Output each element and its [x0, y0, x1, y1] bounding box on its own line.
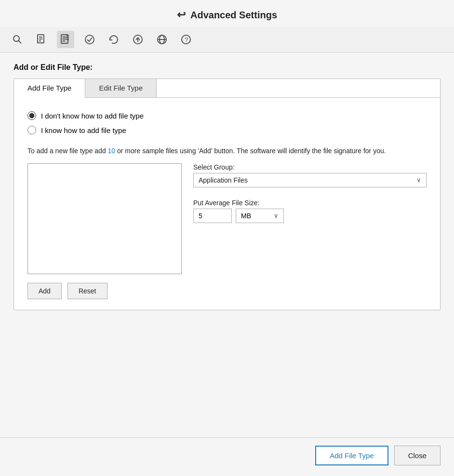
- checkmark-icon[interactable]: [81, 31, 98, 48]
- select-group: Select Group: Application Files ∨: [193, 163, 427, 187]
- right-panel: Select Group: Application Files ∨ Put Av…: [193, 163, 427, 274]
- content-area: Add or Edit File Type: Add File Type Edi…: [0, 53, 454, 437]
- svg-text:?: ?: [185, 36, 188, 43]
- radio-group: I don't know how to add file type I know…: [27, 111, 427, 134]
- help-icon[interactable]: ?: [177, 31, 195, 48]
- size-row: MB ∨: [193, 209, 427, 223]
- tabs: Add File Type Edit File Type: [14, 79, 440, 98]
- tab-edit-file-type[interactable]: Edit File Type: [85, 79, 157, 97]
- svg-point-13: [85, 35, 94, 44]
- radio-know-input[interactable]: [27, 126, 36, 134]
- select-group-label: Select Group:: [193, 163, 427, 171]
- title-bar: ↩ Advanced Settings: [0, 0, 454, 27]
- svg-point-0: [13, 36, 19, 41]
- main-area: Select Group: Application Files ∨ Put Av…: [27, 163, 427, 274]
- description-highlight: 10: [108, 147, 116, 155]
- size-group: Put Average File Size: MB ∨: [193, 199, 427, 223]
- document-lines-icon[interactable]: [57, 31, 74, 48]
- radio-know[interactable]: I know how to add file type: [27, 126, 427, 134]
- footer: Add File Type Close: [0, 437, 454, 476]
- section-title: Add or Edit File Type:: [13, 63, 441, 72]
- globe-icon[interactable]: [153, 31, 171, 48]
- description-before: To add a new file type add: [27, 147, 108, 155]
- window-title: Advanced Settings: [190, 10, 277, 21]
- description-after: or more sample files using 'Add' button.…: [115, 147, 386, 155]
- back-icon: ↩: [177, 9, 186, 21]
- tab-add-file-type[interactable]: Add File Type: [14, 79, 85, 98]
- radio-dont-know-input[interactable]: [27, 111, 36, 120]
- radio-dont-know[interactable]: I don't know how to add file type: [27, 111, 427, 120]
- add-button[interactable]: Add: [27, 283, 62, 299]
- tab-container: Add File Type Edit File Type I don't kno…: [13, 79, 441, 310]
- svg-line-1: [19, 41, 22, 44]
- toolbar: ?: [0, 27, 454, 53]
- size-unit-dropdown[interactable]: MB ∨: [236, 209, 284, 223]
- add-file-type-button[interactable]: Add File Type: [315, 446, 388, 465]
- radio-dont-know-label: I don't know how to add file type: [41, 112, 144, 120]
- main-window: ↩ Advanced Settings: [0, 0, 454, 476]
- size-unit-value: MB: [241, 212, 251, 220]
- radio-know-label: I know how to add file type: [41, 126, 126, 134]
- size-label: Put Average File Size:: [193, 199, 427, 207]
- size-input[interactable]: [193, 209, 232, 223]
- action-buttons: Add Reset: [27, 283, 427, 299]
- reset-button[interactable]: Reset: [67, 283, 107, 299]
- refresh-icon[interactable]: [105, 31, 122, 48]
- document-icon[interactable]: [33, 31, 50, 48]
- upload-icon[interactable]: [129, 31, 147, 48]
- close-button[interactable]: Close: [394, 446, 441, 465]
- select-group-value: Application Files: [199, 176, 248, 184]
- chevron-down-icon: ∨: [416, 176, 421, 184]
- description-text: To add a new file type add 10 or more sa…: [27, 146, 427, 157]
- unit-chevron-down-icon: ∨: [274, 212, 279, 219]
- file-list-box: [27, 163, 182, 274]
- select-group-dropdown[interactable]: Application Files ∨: [193, 173, 427, 187]
- tab-content-add: I don't know how to add file type I know…: [14, 98, 440, 310]
- search-icon[interactable]: [9, 31, 26, 48]
